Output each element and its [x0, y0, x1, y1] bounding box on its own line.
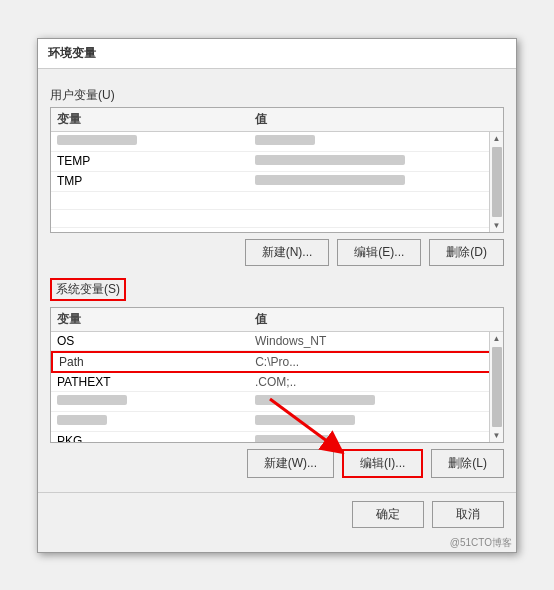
table-row[interactable]: [51, 192, 503, 210]
system-section-label: 系统变量(S): [50, 278, 126, 301]
user-table-body: TEMP TMP: [51, 132, 503, 232]
sys-col-value-header: 值: [255, 311, 497, 328]
user-var-value-tmp: [255, 174, 497, 189]
user-variables-section: 变量 值 TEMP: [50, 107, 504, 233]
user-col-value-header: 值: [255, 111, 497, 128]
watermark: @51CTO博客: [38, 536, 516, 552]
scroll-down-arrow[interactable]: ▼: [491, 219, 503, 232]
ok-button[interactable]: 确定: [352, 501, 424, 528]
blurred-name: [57, 415, 107, 425]
table-row[interactable]: PATHEXT .COM;..: [51, 373, 503, 392]
sys-var-value-pkg: [255, 434, 497, 442]
delete-sys-button[interactable]: 删除(L): [431, 449, 504, 478]
blurred-value: [255, 155, 405, 165]
blurred-value: [255, 415, 355, 425]
system-variables-section: 变量 值 OS Windows_NT Path C:\Pro...: [50, 307, 504, 443]
edit-user-button[interactable]: 编辑(E)...: [337, 239, 421, 266]
sys-var-name-pkg: PKG: [57, 434, 255, 442]
edit-sys-button[interactable]: 编辑(I)...: [342, 449, 423, 478]
table-row[interactable]: PKG: [51, 432, 503, 442]
sys-button-container: 新建(W)... 编辑(I)... 删除(L): [50, 449, 504, 478]
user-var-name-1: [57, 134, 255, 149]
sys-scrollbar[interactable]: ▲ ▼: [489, 332, 503, 442]
sys-button-row: 新建(W)... 编辑(I)... 删除(L): [50, 449, 504, 478]
dialog-bottom-buttons: 确定 取消: [38, 492, 516, 536]
sys-var-blurred-val-1: [255, 394, 497, 409]
dialog-title: 环境变量: [38, 39, 516, 69]
user-section-label: 用户变量(U): [50, 87, 504, 104]
sys-var-name-os: OS: [57, 334, 255, 348]
table-row[interactable]: [51, 132, 503, 152]
path-table-row[interactable]: Path C:\Pro...: [51, 351, 503, 373]
blurred-value: [255, 435, 335, 442]
user-scrollbar[interactable]: ▲ ▼: [489, 132, 503, 232]
blurred-value: [255, 175, 405, 185]
table-row[interactable]: [51, 412, 503, 432]
user-var-value-1: [255, 134, 497, 149]
blurred-name: [57, 395, 127, 405]
sys-table-scroll-area: OS Windows_NT Path C:\Pro... PATHEXT .CO…: [51, 332, 503, 442]
sys-var-blurred-1: [57, 394, 255, 409]
user-table-header: 变量 值: [51, 108, 503, 132]
user-var-value-temp: [255, 154, 497, 169]
new-sys-button[interactable]: 新建(W)...: [247, 449, 334, 478]
table-row[interactable]: TEMP: [51, 152, 503, 172]
blurred-value: [255, 135, 315, 145]
blurred-value: [255, 395, 375, 405]
blurred-name: [57, 135, 137, 145]
user-var-name-tmp: TMP: [57, 174, 255, 188]
sys-col-name-header: 变量: [57, 311, 255, 328]
sys-table-header: 变量 值: [51, 308, 503, 332]
table-row[interactable]: TMP: [51, 172, 503, 192]
sys-var-name-path: Path: [59, 355, 255, 369]
user-table-scroll-area: TEMP TMP: [51, 132, 503, 232]
sys-table-body: OS Windows_NT Path C:\Pro... PATHEXT .CO…: [51, 332, 503, 442]
sys-var-value-os: Windows_NT: [255, 334, 497, 348]
table-row[interactable]: OS Windows_NT: [51, 332, 503, 351]
environment-variables-dialog: 环境变量 用户变量(U) 变量 值: [37, 38, 517, 553]
user-col-name-header: 变量: [57, 111, 255, 128]
table-row[interactable]: [51, 210, 503, 228]
sys-var-blurred-2: [57, 414, 255, 429]
delete-user-button[interactable]: 删除(D): [429, 239, 504, 266]
scroll-thumb[interactable]: [492, 147, 502, 217]
sys-var-value-path: C:\Pro...: [255, 355, 495, 369]
system-section-wrapper: 系统变量(S): [50, 270, 504, 304]
sys-var-blurred-val-2: [255, 414, 497, 429]
table-row[interactable]: [51, 392, 503, 412]
sys-var-value-pathext: .COM;..: [255, 375, 497, 389]
sys-scroll-thumb[interactable]: [492, 347, 502, 427]
new-user-button[interactable]: 新建(N)...: [245, 239, 330, 266]
sys-scroll-up-arrow[interactable]: ▲: [491, 332, 503, 345]
sys-scroll-down-arrow[interactable]: ▼: [491, 429, 503, 442]
scroll-up-arrow[interactable]: ▲: [491, 132, 503, 145]
cancel-button[interactable]: 取消: [432, 501, 504, 528]
sys-var-name-pathext: PATHEXT: [57, 375, 255, 389]
user-button-row: 新建(N)... 编辑(E)... 删除(D): [50, 239, 504, 266]
user-var-name-temp: TEMP: [57, 154, 255, 168]
